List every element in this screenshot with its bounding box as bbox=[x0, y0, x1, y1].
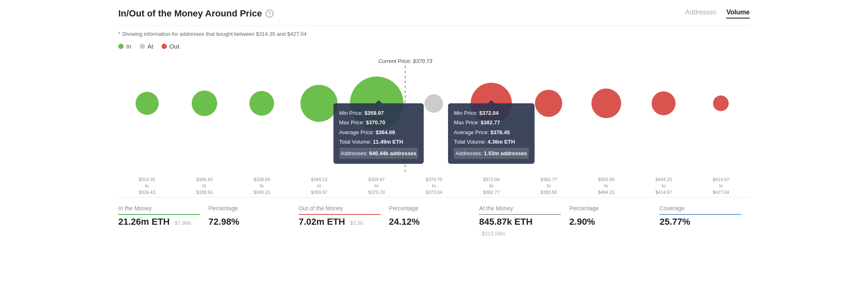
tr-addr-val: 1.53m addresses bbox=[484, 150, 527, 156]
bubble-col-2[interactable] bbox=[233, 58, 291, 149]
stat-coverage-value: 25.77% bbox=[659, 217, 741, 227]
x-axis: $314.35to$326.43$326.43to$338.50$338.50t… bbox=[118, 177, 750, 196]
bubble-8 bbox=[591, 88, 621, 118]
x-label-4: $359.97to$370.70 bbox=[348, 177, 405, 196]
legend-dot-at bbox=[140, 44, 145, 49]
stat-in-pct-value: 72.98% bbox=[209, 217, 291, 227]
legend-label-out: Out bbox=[169, 43, 179, 50]
stat-at-pct-value: 2.90% bbox=[569, 217, 651, 227]
x-label-9: $404.23to$414.97 bbox=[635, 177, 692, 196]
legend-dot-out bbox=[162, 44, 167, 49]
tab-group: Addresses Volume bbox=[685, 9, 750, 19]
stat-in-eth: 21.26m ETH bbox=[118, 217, 170, 227]
stat-out-pct-value: 24.12% bbox=[389, 217, 471, 227]
stat-out-of-money: Out of the Money 7.02m ETH $2.6b bbox=[299, 205, 389, 238]
stat-out-value: 7.02m ETH $2.6b bbox=[299, 217, 381, 227]
stat-at-value: 845.87k ETH $313.59m bbox=[479, 217, 561, 238]
stat-coverage: Coverage 25.77% bbox=[659, 205, 750, 238]
x-label-8: $393.50to$404.23 bbox=[577, 177, 635, 196]
x-label-6: $372.04to$382.77 bbox=[463, 177, 520, 196]
bubble-col-10[interactable] bbox=[692, 58, 750, 149]
bubble-6 bbox=[471, 83, 512, 124]
bubble-5 bbox=[425, 94, 443, 113]
legend-dot-in bbox=[118, 44, 124, 49]
stat-out-usd: $2.6b bbox=[350, 220, 364, 226]
subtitle: * Showing information for addresses that… bbox=[118, 31, 750, 37]
stat-in-value: 21.26m ETH $7.88b bbox=[118, 217, 200, 227]
stat-at-label: At the Money bbox=[479, 205, 561, 215]
stats-section: In the Money 21.26m ETH $7.88b Percentag… bbox=[118, 197, 750, 238]
stat-in-the-money: In the Money 21.26m ETH $7.88b bbox=[118, 205, 209, 238]
x-label-2: $338.50to$349.23 bbox=[233, 177, 291, 196]
bubble-9 bbox=[652, 91, 676, 115]
bubble-col-8[interactable] bbox=[577, 58, 635, 149]
help-icon[interactable]: ? bbox=[265, 9, 274, 18]
legend: In At Out bbox=[118, 43, 750, 50]
chart-area: Current Price: $370.73 Min Price: $359.9… bbox=[118, 58, 750, 173]
bubble-col-9[interactable] bbox=[635, 58, 692, 149]
stat-out-pct-label: Percentage bbox=[389, 205, 471, 215]
tl-addr-label: Addresses: bbox=[341, 150, 368, 156]
stat-out-pct: Percentage 24.12% bbox=[389, 205, 479, 238]
stat-at-money: At the Money 845.87k ETH $313.59m bbox=[479, 205, 569, 238]
stat-in-usd: $7.88b bbox=[175, 220, 191, 226]
bubble-10 bbox=[713, 95, 729, 111]
page-title: In/Out of the Money Around Price bbox=[118, 8, 262, 19]
bubble-col-0[interactable] bbox=[118, 58, 176, 149]
stat-in-pct-label: Percentage bbox=[209, 205, 291, 215]
bubble-1 bbox=[192, 91, 217, 116]
bubble-col-6[interactable] bbox=[463, 58, 520, 149]
bubble-col-5[interactable] bbox=[405, 58, 462, 149]
stat-at-eth: 845.87k ETH bbox=[479, 217, 533, 227]
bubble-0 bbox=[136, 92, 159, 115]
stat-out-eth: 7.02m ETH bbox=[299, 217, 345, 227]
stat-out-label: Out of the Money bbox=[299, 205, 381, 215]
stat-at-pct-label: Percentage bbox=[569, 205, 651, 215]
legend-label-at: At bbox=[148, 43, 153, 50]
bubble-col-3[interactable] bbox=[291, 58, 348, 149]
bubble-3 bbox=[300, 85, 338, 122]
x-label-10: $414.97to$427.04 bbox=[692, 177, 750, 196]
bubble-4 bbox=[350, 77, 404, 130]
x-label-5: $370.70to$372.04 bbox=[405, 177, 462, 196]
stat-coverage-label: Coverage bbox=[659, 205, 741, 215]
tab-volume[interactable]: Volume bbox=[726, 9, 750, 19]
bubble-7 bbox=[535, 90, 562, 117]
legend-at: At bbox=[140, 43, 153, 50]
tab-addresses[interactable]: Addresses bbox=[685, 9, 717, 19]
bubbles-row bbox=[118, 58, 750, 149]
stat-at-usd: $313.59m bbox=[481, 230, 505, 237]
stat-at-pct: Percentage 2.90% bbox=[569, 205, 659, 238]
stat-in-pct: Percentage 72.98% bbox=[209, 205, 299, 238]
tl-addr-val: 646.44k addresses bbox=[369, 150, 416, 156]
legend-out: Out bbox=[162, 43, 179, 50]
x-label-7: $382.77to$393.50 bbox=[520, 177, 577, 196]
bubble-col-7[interactable] bbox=[520, 58, 577, 149]
legend-label-in: In bbox=[126, 43, 131, 50]
bubble-col-1[interactable] bbox=[176, 58, 233, 149]
tr-addr-label: Addresses: bbox=[455, 150, 482, 156]
x-label-1: $326.43to$338.50 bbox=[176, 177, 233, 196]
x-label-3: $349.23to$359.97 bbox=[291, 177, 348, 196]
x-label-0: $314.35to$326.43 bbox=[118, 177, 176, 196]
legend-in: In bbox=[118, 43, 131, 50]
bubble-col-4[interactable] bbox=[348, 58, 405, 149]
stat-in-label: In the Money bbox=[118, 205, 200, 215]
bubble-2 bbox=[249, 91, 274, 116]
